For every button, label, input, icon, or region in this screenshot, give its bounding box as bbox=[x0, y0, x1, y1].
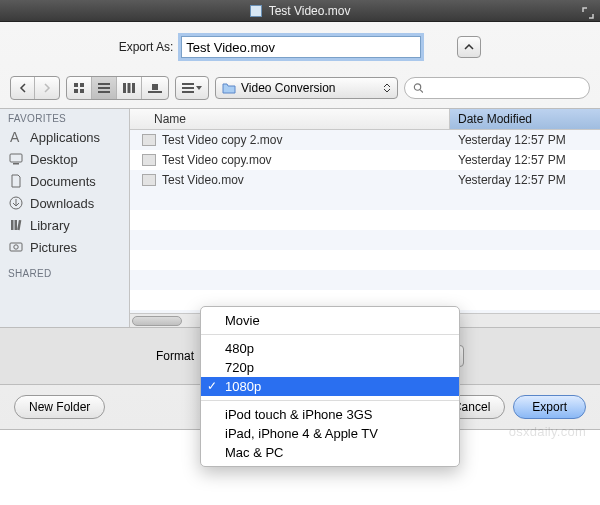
svg-rect-9 bbox=[132, 83, 135, 93]
format-option-label: Movie bbox=[225, 313, 260, 328]
svg-rect-8 bbox=[128, 83, 131, 93]
collapse-sheet-button[interactable] bbox=[457, 36, 481, 58]
sidebar-item-pictures[interactable]: Pictures bbox=[0, 236, 129, 258]
documents-icon bbox=[8, 173, 24, 189]
column-name-header[interactable]: Name bbox=[130, 109, 450, 129]
file-list: Test Video copy 2.mov Yesterday 12:57 PM… bbox=[130, 130, 600, 313]
file-row[interactable]: Test Video copy 2.mov Yesterday 12:57 PM bbox=[130, 130, 600, 150]
svg-rect-18 bbox=[10, 154, 22, 162]
sidebar-item-label: Documents bbox=[30, 174, 96, 189]
svg-rect-21 bbox=[11, 220, 14, 230]
svg-rect-0 bbox=[74, 83, 78, 87]
sidebar-shared-head: SHARED bbox=[0, 264, 129, 279]
sidebar-item-label: Downloads bbox=[30, 196, 94, 211]
search-input[interactable] bbox=[427, 80, 581, 96]
search-field[interactable] bbox=[404, 77, 591, 99]
browser-toolbar: Video Conversion bbox=[0, 72, 600, 109]
search-icon bbox=[413, 82, 424, 94]
format-option-label: iPod touch & iPhone 3GS bbox=[225, 407, 372, 422]
svg-rect-11 bbox=[148, 91, 162, 93]
file-date: Yesterday 12:57 PM bbox=[450, 133, 600, 147]
svg-text:A: A bbox=[10, 129, 20, 145]
sidebar-item-documents[interactable]: Documents bbox=[0, 170, 129, 192]
applications-icon: A bbox=[8, 129, 24, 145]
svg-rect-4 bbox=[98, 83, 110, 85]
svg-rect-2 bbox=[74, 89, 78, 93]
format-option[interactable]: iPad, iPhone 4 & Apple TV bbox=[201, 424, 459, 443]
svg-rect-14 bbox=[182, 91, 194, 93]
sidebar-item-downloads[interactable]: Downloads bbox=[0, 192, 129, 214]
location-name: Video Conversion bbox=[241, 81, 336, 95]
file-panel: Name Date Modified Test Video copy 2.mov… bbox=[130, 109, 600, 327]
export-button[interactable]: Export bbox=[513, 395, 586, 419]
view-coverflow-button[interactable] bbox=[142, 77, 168, 99]
format-option[interactable]: 720p bbox=[201, 358, 459, 377]
svg-rect-5 bbox=[98, 87, 110, 89]
format-option[interactable]: Mac & PC bbox=[201, 443, 459, 462]
window-title: Test Video.mov bbox=[269, 4, 351, 18]
browser-body: FAVORITES A Applications Desktop Documen… bbox=[0, 109, 600, 327]
sidebar-item-label: Applications bbox=[30, 130, 100, 145]
view-list-button[interactable] bbox=[92, 77, 117, 99]
format-option-label: Mac & PC bbox=[225, 445, 284, 460]
file-date: Yesterday 12:57 PM bbox=[450, 173, 600, 187]
svg-rect-24 bbox=[10, 243, 22, 251]
library-icon bbox=[8, 217, 24, 233]
file-row[interactable]: Test Video copy.mov Yesterday 12:57 PM bbox=[130, 150, 600, 170]
format-label: Format bbox=[156, 349, 194, 363]
arrange-button[interactable] bbox=[176, 77, 208, 99]
svg-rect-12 bbox=[182, 83, 194, 85]
svg-point-15 bbox=[414, 84, 420, 90]
svg-rect-23 bbox=[17, 220, 21, 230]
view-icons-button[interactable] bbox=[67, 77, 92, 99]
svg-rect-3 bbox=[80, 89, 84, 93]
sidebar-item-label: Desktop bbox=[30, 152, 78, 167]
forward-button[interactable] bbox=[35, 77, 59, 99]
view-columns-button[interactable] bbox=[117, 77, 142, 99]
scroll-thumb[interactable] bbox=[132, 316, 182, 326]
new-folder-button[interactable]: New Folder bbox=[14, 395, 105, 419]
pictures-icon bbox=[8, 239, 24, 255]
sidebar-item-label: Pictures bbox=[30, 240, 77, 255]
file-name: Test Video copy.mov bbox=[162, 153, 272, 167]
svg-rect-22 bbox=[15, 220, 18, 230]
movie-file-icon bbox=[142, 134, 156, 146]
svg-rect-19 bbox=[13, 163, 19, 165]
format-option[interactable]: iPod touch & iPhone 3GS bbox=[201, 405, 459, 424]
movie-file-icon bbox=[142, 174, 156, 186]
format-option[interactable]: 480p bbox=[201, 339, 459, 358]
sidebar-item-desktop[interactable]: Desktop bbox=[0, 148, 129, 170]
svg-rect-1 bbox=[80, 83, 84, 87]
check-icon: ✓ bbox=[207, 379, 217, 393]
column-date-header[interactable]: Date Modified bbox=[450, 109, 600, 129]
format-option[interactable]: Movie bbox=[201, 311, 459, 330]
svg-line-16 bbox=[420, 90, 423, 93]
file-name: Test Video copy 2.mov bbox=[162, 133, 283, 147]
back-button[interactable] bbox=[11, 77, 35, 99]
format-option[interactable]: ✓1080p bbox=[201, 377, 459, 396]
arrange-segment bbox=[175, 76, 209, 100]
format-option-label: 480p bbox=[225, 341, 254, 356]
svg-rect-10 bbox=[152, 84, 158, 90]
svg-rect-13 bbox=[182, 87, 194, 89]
updown-icon bbox=[383, 83, 391, 93]
export-as-label: Export As: bbox=[119, 40, 174, 54]
sidebar-item-library[interactable]: Library bbox=[0, 214, 129, 236]
file-row[interactable]: Test Video.mov Yesterday 12:57 PM bbox=[130, 170, 600, 190]
empty-rows bbox=[130, 190, 600, 313]
sidebar: FAVORITES A Applications Desktop Documen… bbox=[0, 109, 130, 327]
sidebar-item-applications[interactable]: A Applications bbox=[0, 126, 129, 148]
titlebar: Test Video.mov bbox=[0, 0, 600, 22]
folder-icon bbox=[222, 82, 236, 94]
location-popup[interactable]: Video Conversion bbox=[215, 77, 398, 99]
export-filename-input[interactable] bbox=[181, 36, 421, 58]
svg-rect-6 bbox=[98, 91, 110, 93]
fullscreen-icon[interactable] bbox=[582, 4, 594, 16]
file-header: Name Date Modified bbox=[130, 109, 600, 130]
movie-file-icon bbox=[142, 154, 156, 166]
desktop-icon bbox=[8, 151, 24, 167]
file-date: Yesterday 12:57 PM bbox=[450, 153, 600, 167]
export-row: Export As: bbox=[0, 22, 600, 72]
sidebar-item-label: Library bbox=[30, 218, 70, 233]
svg-rect-7 bbox=[123, 83, 126, 93]
